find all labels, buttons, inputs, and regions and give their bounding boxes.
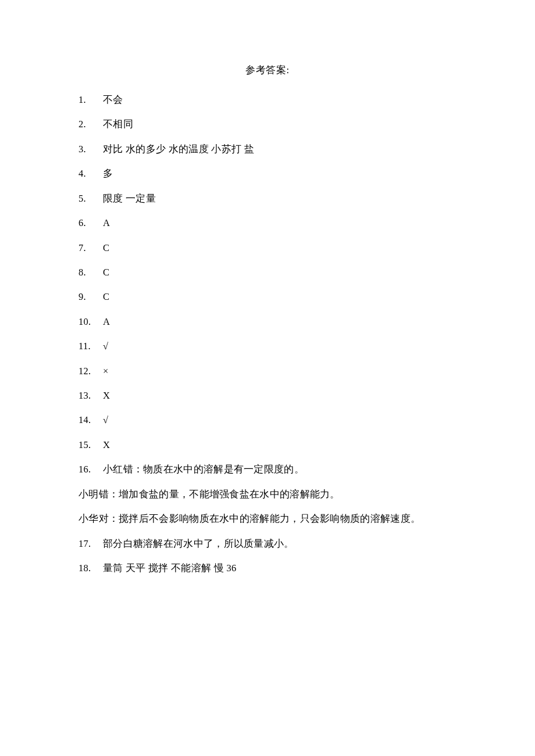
answer-text: √ [103,414,108,425]
answer-line: 14. √ [79,413,456,427]
answer-line: 5. 限度 一定量 [79,192,456,206]
answer-number: 2. [79,117,103,131]
answer-line: 4. 多 [79,167,456,181]
answer-text: X [103,439,110,450]
answer-line: 9. C [79,290,456,304]
answer-text: A [103,316,110,327]
answer-line: 13. X [79,389,456,403]
answer-number: 7. [79,241,103,255]
answer-number: 13. [79,389,103,403]
answer-text: × [103,366,109,377]
answer-number: 10. [79,315,103,329]
answer-line: 小明错：增加食盐的量，不能增强食盐在水中的溶解能力。 [79,488,456,501]
answer-number: 6. [79,216,103,230]
answer-number: 15. [79,438,103,452]
answer-line: 3. 对比 水的多少 水的温度 小苏打 盐 [79,142,456,156]
answer-number: 17. [79,537,103,551]
answer-text: X [103,390,110,401]
answer-line: 7. C [79,241,456,255]
answer-text: 多 [103,168,113,179]
answer-number: 1. [79,93,103,107]
answer-line: 15. X [79,438,456,452]
answer-text: 不会 [103,94,123,105]
answer-key-title: 参考答案: [79,64,456,77]
answer-text: 量筒 天平 搅拌 不能溶解 慢 36 [103,562,237,574]
answer-text: C [103,242,109,253]
answer-number: 18. [79,561,103,575]
answer-text: 部分白糖溶解在河水中了，所以质量减小。 [103,538,294,549]
answer-number: 5. [79,192,103,206]
answer-line: 8. C [79,266,456,280]
answer-number: 12. [79,364,103,378]
answer-text: 小红错：物质在水中的溶解是有一定限度的。 [103,464,304,475]
answer-number: 8. [79,266,103,280]
answer-list: 1. 不会2. 不相同3. 对比 水的多少 水的温度 小苏打 盐4. 多5. 限… [79,93,456,575]
answer-line: 10. A [79,315,456,329]
answer-number: 3. [79,142,103,156]
answer-text: 对比 水的多少 水的温度 小苏打 盐 [103,144,254,155]
answer-line: 18. 量筒 天平 搅拌 不能溶解 慢 36 [79,561,456,575]
answer-text: √ [103,341,108,352]
answer-number: 4. [79,167,103,181]
answer-number: 16. [79,463,103,476]
answer-text: 小华对：搅拌后不会影响物质在水中的溶解能力，只会影响物质的溶解速度。 [79,513,420,524]
answer-line: 6. A [79,216,456,230]
answer-line: 1. 不会 [79,93,456,107]
answer-line: 11. √ [79,339,456,353]
answer-text: 不相同 [103,119,133,130]
answer-number: 11. [79,339,103,353]
answer-line: 16. 小红错：物质在水中的溶解是有一定限度的。 [79,463,456,476]
answer-text: A [103,217,110,228]
answer-text: C [103,267,109,278]
answer-number: 14. [79,413,103,427]
answer-text: C [103,291,109,302]
answer-text: 小明错：增加食盐的量，不能增强食盐在水中的溶解能力。 [79,489,340,500]
answer-text: 限度 一定量 [103,193,156,204]
answer-line: 小华对：搅拌后不会影响物质在水中的溶解能力，只会影响物质的溶解速度。 [79,512,456,526]
answer-line: 2. 不相同 [79,117,456,131]
answer-line: 17. 部分白糖溶解在河水中了，所以质量减小。 [79,537,456,551]
answer-number: 9. [79,290,103,304]
answer-line: 12. × [79,364,456,378]
